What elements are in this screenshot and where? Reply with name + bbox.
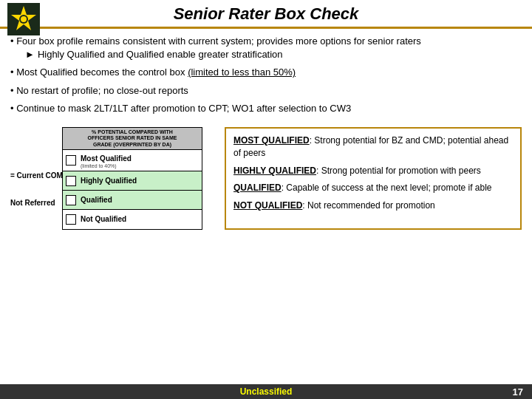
label-qualified: Qualified xyxy=(81,196,112,205)
page-title: Senior Rater Box Check xyxy=(174,4,359,24)
sub-bullet-1-text: Highly Qualified and Qualified enable gr… xyxy=(38,48,283,61)
lower-section: = Current COM Not Referred % POTENTIAL C… xyxy=(0,127,532,230)
bullet-2-text: • Most Qualified becomes the control box… xyxy=(10,66,296,78)
checkbox-not-qualified xyxy=(66,214,76,225)
bullet-4: • Continue to mask 2LT/1LT after promoti… xyxy=(10,102,522,115)
bullet-3-text: • No restart of profile; no close-out re… xyxy=(10,85,188,96)
header: Senior Rater Box Check xyxy=(0,0,532,29)
diagram-row-not-qualified: Not Qualified xyxy=(63,210,202,229)
desc-highly-qualified: HIGHLY QUALIFIED: Strong potential for p… xyxy=(233,165,513,177)
footer-page-number: 17 xyxy=(513,386,523,398)
footer-classification: Unclassified xyxy=(240,386,293,397)
diagram-row-qualified: Qualified xyxy=(63,191,202,210)
bullet-2: • Most Qualified becomes the control box… xyxy=(10,66,522,79)
army-logo xyxy=(7,3,40,35)
bullet-2-underline: (limited to less than 50%) xyxy=(188,66,296,78)
desc-key-highly-qualified: HIGHLY QUALIFIED xyxy=(233,166,316,176)
desc-qualified: QUALIFIED: Capable of success at the nex… xyxy=(233,182,513,194)
bullet-1: • Four box profile remains consistent wi… xyxy=(10,35,522,61)
main-content: • Four box profile remains consistent wi… xyxy=(0,29,532,123)
descriptions-panel: MOST QUALIFIED: Strong potential for BZ … xyxy=(225,127,522,230)
box-diagram-container: = Current COM Not Referred % POTENTIAL C… xyxy=(10,127,217,230)
label-not-qualified: Not Qualified xyxy=(81,215,126,224)
label-highly-qualified: Highly Qualified xyxy=(81,177,137,185)
checkbox-most-qualified xyxy=(66,155,76,166)
checkbox-highly-qualified xyxy=(66,176,76,186)
bullet-3: • No restart of profile; no close-out re… xyxy=(10,84,522,98)
desc-text-qualified: : Capable of success at the next level; … xyxy=(282,183,492,193)
svg-point-3 xyxy=(21,16,27,22)
label-most-qualified: Most Qualified (limited to 40%) xyxy=(81,152,132,168)
bullet-4-text: • Continue to mask 2LT/1LT after promoti… xyxy=(10,103,351,114)
desc-not-qualified: NOT QUALIFIED: Not recommended for promo… xyxy=(233,200,513,212)
arrow-icon: ► xyxy=(25,48,35,61)
footer: Unclassified 17 xyxy=(0,384,532,399)
diagram-row-most-qualified: Most Qualified (limited to 40%) xyxy=(63,150,202,171)
desc-key-qualified: QUALIFIED xyxy=(233,183,282,193)
desc-text-highly-qualified: : Strong potential for promotion with pe… xyxy=(316,166,481,176)
desc-most-qualified: MOST QUALIFIED: Strong potential for BZ … xyxy=(233,134,513,160)
box-diagram: % POTENTIAL COMPARED WITHOFFICERS SENIOR… xyxy=(62,127,202,230)
label-current-com: = Current COM xyxy=(10,171,63,180)
desc-key-not-qualified: NOT QUALIFIED xyxy=(233,200,302,211)
diagram-header: % POTENTIAL COMPARED WITHOFFICERS SENIOR… xyxy=(63,128,202,150)
label-not-referred: Not Referred xyxy=(10,199,55,207)
desc-text-not-qualified: : Not recommended for promotion xyxy=(302,200,434,211)
diagram-row-highly-qualified: Highly Qualified xyxy=(63,171,202,191)
bullet-1-text: • Four box profile remains consistent wi… xyxy=(10,35,421,47)
sub-bullet-1: ► Highly Qualified and Qualified enable … xyxy=(25,48,522,61)
checkbox-qualified xyxy=(66,195,76,205)
desc-key-most-qualified: MOST QUALIFIED xyxy=(233,135,310,146)
